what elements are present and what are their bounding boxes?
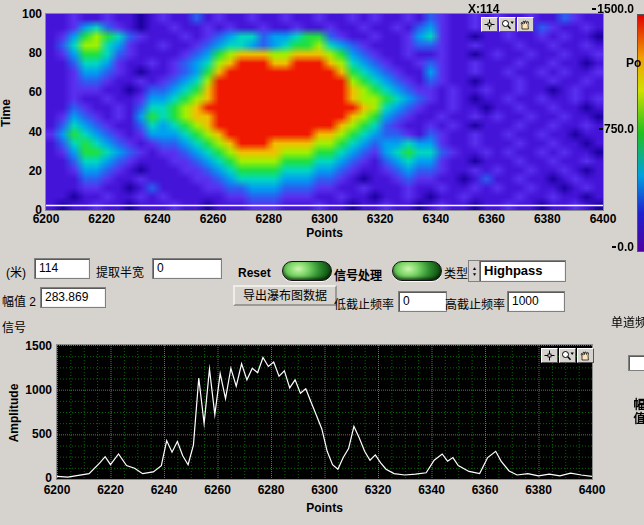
waterfall-ytick-label: 80 — [12, 46, 42, 60]
waterfall-xtick-label: 6300 — [311, 212, 338, 226]
high-cutoff-field[interactable]: 1000 — [507, 291, 565, 312]
signal-plot[interactable] — [56, 344, 593, 480]
signal-xtick-label: 6320 — [365, 483, 392, 497]
pan-icon — [519, 19, 532, 30]
position-unit-label: (米) — [6, 263, 26, 280]
single-channel-partial-label: 单道频 — [611, 313, 644, 330]
signal-xtick-label: 6380 — [525, 483, 552, 497]
cursor-readout: X:114 — [468, 2, 538, 16]
waterfall-xtick-label: 6340 — [423, 212, 450, 226]
colorbar-mid-label: 750.0 — [592, 122, 634, 136]
colorbar-min-label: 0.0 — [592, 240, 634, 254]
waterfall-ytick-label: 20 — [12, 164, 42, 178]
signal-xtick-label: 6340 — [418, 483, 445, 497]
zoom-tool-button[interactable] — [559, 348, 576, 363]
waterfall-ytick-label: 100 — [12, 7, 42, 21]
amplitude2-value-field[interactable]: 283.869 — [40, 287, 106, 308]
zoom-tool-button[interactable] — [499, 17, 516, 32]
position-value-field[interactable]: 114 — [34, 258, 90, 279]
signal-ytick-label: 1500 — [22, 339, 52, 353]
export-waterfall-button[interactable]: 导出瀑布图数据 — [233, 285, 337, 306]
spinner-down-icon: ▼ — [472, 271, 477, 277]
signal-xtick-label: 6220 — [97, 483, 124, 497]
signal-xtick-label: 6240 — [151, 483, 178, 497]
pan-tool-button[interactable] — [577, 348, 594, 363]
pan-tool-button[interactable] — [517, 17, 534, 32]
signal-xtick-label: 6400 — [579, 483, 606, 497]
signal-y-axis-title: Amplitude — [7, 378, 21, 448]
waterfall-xtick-label: 6200 — [33, 212, 60, 226]
signal-xtick-label: 6360 — [472, 483, 499, 497]
halfwidth-value-field[interactable]: 0 — [152, 258, 222, 279]
signal-xtick-label: 6280 — [258, 483, 285, 497]
labview-front-panel: Time 100806040200 6200622062406260628063… — [0, 0, 644, 525]
colorbar-max-label: 1500.0 — [592, 2, 634, 16]
crosshair-tool-button[interactable] — [481, 17, 498, 32]
waterfall-xtick-label: 6240 — [144, 212, 171, 226]
colorbar-partial-title: Po — [626, 56, 641, 70]
halfwidth-label: 提取半宽 — [96, 263, 144, 280]
signal-graph-palette — [541, 348, 594, 363]
low-cutoff-label: 低截止频率 — [334, 295, 394, 312]
pan-icon — [579, 350, 592, 361]
zoom-icon — [501, 19, 514, 30]
signal-chart-title: 信号 — [2, 318, 26, 335]
waterfall-ytick-label: 60 — [12, 85, 42, 99]
crosshair-tool-button[interactable] — [541, 348, 558, 363]
low-cutoff-field[interactable]: 0 — [398, 291, 447, 312]
waterfall-x-axis-title: Points — [46, 226, 603, 240]
waterfall-xtick-label: 6400 — [590, 212, 617, 226]
waterfall-xtick-label: 6360 — [478, 212, 505, 226]
crosshair-icon — [483, 19, 496, 30]
waterfall-xtick-label: 6220 — [88, 212, 115, 226]
color-scale-ramp[interactable] — [637, 14, 644, 252]
waterfall-xtick-label: 6280 — [255, 212, 282, 226]
signal-xtick-label: 6260 — [204, 483, 231, 497]
high-cutoff-label: 高截止频率 — [445, 295, 505, 312]
signal-xtick-label: 6300 — [311, 483, 338, 497]
signal-ytick-label: 1000 — [22, 383, 52, 397]
amplitude2-label: 幅值 2 — [2, 292, 36, 309]
filter-type-ring[interactable]: Highpass — [479, 260, 566, 282]
signal-ytick-label: 500 — [22, 427, 52, 441]
zoom-icon — [561, 350, 574, 361]
signal-x-axis-title: Points — [57, 501, 592, 515]
reset-label: Reset — [238, 266, 271, 280]
waterfall-plot[interactable] — [45, 13, 604, 211]
reset-button[interactable] — [282, 261, 332, 281]
waterfall-xtick-label: 6380 — [534, 212, 561, 226]
waterfall-xtick-label: 6320 — [367, 212, 394, 226]
signal-process-label: 信号处理 — [334, 266, 382, 283]
filter-type-label: 类型 — [444, 264, 468, 281]
waterfall-ytick-label: 40 — [12, 125, 42, 139]
crosshair-icon — [543, 350, 556, 361]
waterfall-xtick-label: 6260 — [200, 212, 227, 226]
signal-xtick-label: 6200 — [44, 483, 71, 497]
right-panel-vertical-label: 幅值 — [630, 398, 644, 426]
right-panel-partial-field[interactable] — [628, 355, 644, 371]
waterfall-graph-palette — [481, 17, 534, 32]
signal-process-button[interactable] — [392, 261, 442, 281]
